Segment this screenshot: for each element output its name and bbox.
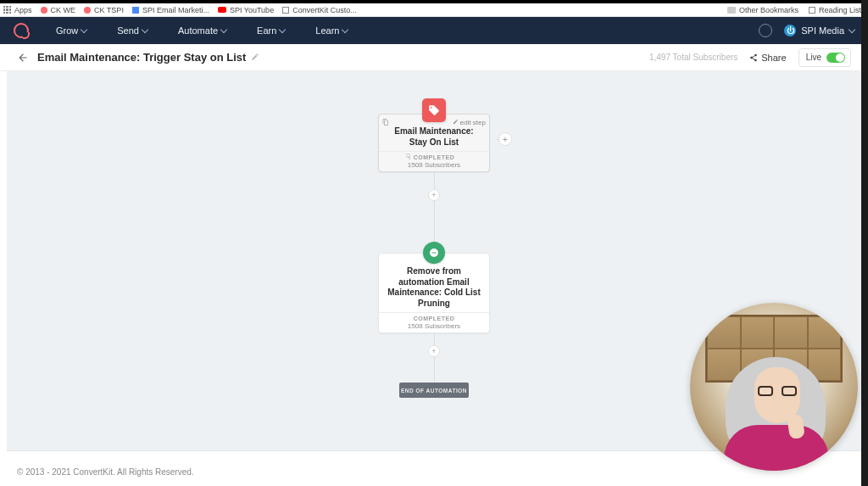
chevron-down-icon — [279, 26, 286, 33]
nav-label: Automate — [178, 25, 218, 36]
nav-label: Learn — [315, 25, 339, 36]
action-title: Remove from automation Email Maintenance… — [386, 266, 482, 309]
doc-icon — [132, 7, 139, 14]
connector-line — [434, 333, 435, 345]
bookmark-spi-email[interactable]: SPI Email Marketi... — [132, 6, 209, 14]
live-toggle[interactable] — [826, 53, 845, 63]
status-completed: COMPLETED — [382, 316, 486, 321]
live-toggle-wrap: Live — [798, 48, 851, 67]
flow-column: + edit step Email Maintenance: Stay On L… — [378, 114, 490, 398]
search-icon[interactable] — [759, 24, 772, 37]
webcam-overlay — [690, 303, 858, 471]
list-icon — [809, 7, 815, 14]
account-menu[interactable]: ⏻ SPI Media — [784, 25, 854, 36]
remove-automation-icon — [423, 242, 445, 264]
trigger-title: Email Maintenance: Stay On List — [386, 126, 482, 148]
arrow-left-icon — [17, 52, 29, 64]
share-icon — [749, 53, 758, 62]
edit-step-button[interactable]: edit step — [453, 119, 486, 126]
trigger-step[interactable]: + edit step Email Maintenance: Stay On L… — [378, 114, 490, 172]
convertkit-logo-icon[interactable] — [14, 23, 29, 38]
end-label: END OF AUTOMATION — [401, 388, 467, 394]
bookmark-label: SPI Email Marketi... — [142, 6, 209, 14]
pencil-icon — [251, 53, 259, 61]
bookmark-label: CK TSPI — [94, 6, 124, 14]
connector-line — [434, 201, 435, 242]
chevron-down-icon — [220, 26, 227, 33]
edit-title-button[interactable] — [251, 53, 259, 63]
bookmark-label: SPI YouTube — [230, 6, 274, 14]
copyright: © 2013 - 2021 ConvertKit. All Rights Res… — [17, 467, 194, 477]
pencil-icon — [453, 119, 459, 126]
nav-send[interactable]: Send — [117, 25, 147, 36]
reading-list[interactable]: Reading List — [809, 6, 861, 14]
app-top-nav: Grow Send Automate Earn Learn ⏻ SPI Medi… — [0, 17, 868, 44]
total-subscribers: 1,497 Total Subscribers — [649, 53, 737, 62]
nav-menu: Grow Send Automate Earn Learn — [56, 25, 348, 36]
share-label: Share — [761, 53, 786, 63]
add-step-button[interactable]: + — [428, 345, 440, 357]
nav-label: Grow — [56, 25, 78, 36]
page-icon — [282, 7, 289, 14]
add-step-button[interactable]: + — [428, 189, 440, 201]
action-step[interactable]: Remove from automation Email Maintenance… — [378, 253, 490, 333]
youtube-icon — [218, 7, 226, 13]
status-completed: COMPLETED — [382, 154, 486, 160]
copy-step-button[interactable] — [382, 119, 389, 126]
back-button[interactable] — [17, 52, 29, 64]
connector-line — [434, 172, 435, 189]
bookmark-label: CK WE — [51, 6, 76, 14]
add-trigger-button[interactable]: + — [498, 132, 512, 146]
nav-label: Send — [117, 25, 139, 36]
trigger-card[interactable]: edit step Email Maintenance: Stay On Lis… — [378, 114, 490, 172]
power-icon: ⏻ — [784, 25, 796, 36]
bookmark-convertkit-custo[interactable]: ConvertKit Custo... — [282, 6, 357, 14]
page-title: Email Maintenance: Trigger Stay on List — [37, 51, 246, 64]
trigger-status: ☟ COMPLETED 1508 Subscribers — [379, 151, 489, 171]
cursor-icon: ☟ — [406, 153, 410, 161]
convertkit-icon — [41, 7, 47, 14]
other-bookmarks-label: Other Bookmarks — [739, 6, 798, 14]
tag-icon — [422, 98, 446, 122]
folder-icon — [727, 7, 736, 14]
page-header: Email Maintenance: Trigger Stay on List … — [0, 44, 868, 71]
chevron-down-icon — [142, 26, 148, 33]
chevron-down-icon — [81, 26, 87, 33]
status-subscribers: 1508 Subscribers — [382, 161, 486, 169]
nav-label: Earn — [257, 25, 276, 36]
account-name: SPI Media — [801, 25, 844, 36]
reading-list-label: Reading List — [819, 6, 861, 14]
nav-learn[interactable]: Learn — [315, 25, 348, 36]
nav-earn[interactable]: Earn — [257, 25, 285, 36]
chevron-down-icon — [849, 26, 855, 33]
chevron-down-icon — [342, 26, 348, 33]
nav-automate[interactable]: Automate — [178, 25, 226, 36]
connector-line — [434, 357, 435, 383]
status-subscribers: 1508 Subscribers — [382, 322, 486, 330]
apps-button[interactable]: Apps — [3, 6, 32, 14]
apps-label: Apps — [14, 6, 32, 14]
edit-step-label: edit step — [460, 119, 486, 126]
nav-grow[interactable]: Grow — [56, 25, 86, 36]
bookmark-label: ConvertKit Custo... — [292, 6, 357, 14]
share-button[interactable]: Share — [749, 53, 786, 63]
bookmark-spi-youtube[interactable]: SPI YouTube — [218, 6, 274, 14]
bookmark-ck-we[interactable]: CK WE — [41, 6, 76, 14]
live-label: Live — [806, 53, 821, 62]
bookmark-ck-tspi[interactable]: CK TSPI — [84, 6, 124, 14]
bookmarks-bar: Apps CK WE CK TSPI SPI Email Marketi... … — [0, 3, 868, 17]
end-of-automation: END OF AUTOMATION — [399, 383, 469, 398]
other-bookmarks[interactable]: Other Bookmarks — [727, 6, 798, 14]
apps-grid-icon — [3, 6, 11, 14]
convertkit-icon — [84, 7, 91, 14]
browser-scrollbar[interactable] — [861, 0, 868, 486]
action-status: COMPLETED 1508 Subscribers — [379, 312, 489, 332]
copy-icon — [382, 119, 389, 126]
